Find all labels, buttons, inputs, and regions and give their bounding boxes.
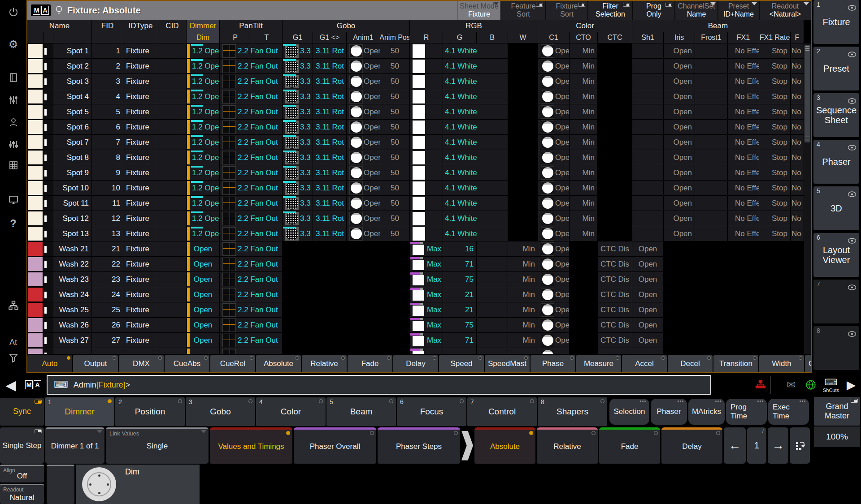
cell-beam-none[interactable]	[791, 333, 804, 348]
tab-dmx[interactable]: DMX	[119, 355, 164, 372]
cell-anim1[interactable]: Oper	[347, 211, 380, 226]
cell-idtype[interactable]: Fixture	[123, 257, 158, 272]
cell-beam-none[interactable]	[728, 318, 759, 333]
cell-anim1[interactable]: Oper	[347, 165, 380, 181]
cell-fid[interactable]: 22	[92, 257, 123, 272]
cell-beam-none[interactable]	[695, 333, 728, 348]
cell-beam-none[interactable]	[695, 287, 728, 302]
cell-fid[interactable]: 9	[92, 165, 123, 181]
sheet-row[interactable]: Spot 55Fixture1.2 Ope2.2 Fan Out3.33.11 …	[27, 104, 804, 120]
sheet-row[interactable]: Spot 77Fixture1.2 Ope2.2 Fan Out3.33.11 …	[27, 135, 804, 150]
cell-white[interactable]	[508, 196, 538, 211]
cell-idtype[interactable]: Fixture	[123, 287, 158, 302]
cell-fx1-fade[interactable]: No E	[791, 226, 804, 241]
cell-red[interactable]	[410, 165, 443, 181]
cell-c1[interactable]: Oper	[538, 43, 570, 59]
column-header-fx1-rate[interactable]: FX1 Rate	[759, 32, 791, 43]
encoder-layout-button[interactable]	[790, 427, 810, 464]
cell-fx1-rate[interactable]: Stop	[759, 89, 791, 104]
tool-button-phaser[interactable]: Phaser	[651, 399, 687, 425]
cell-cto[interactable]: Min	[570, 43, 598, 59]
tab-output[interactable]: Output	[73, 355, 118, 372]
cell-fx1[interactable]: No Effec	[728, 181, 759, 196]
cell-beam-none[interactable]	[759, 287, 791, 302]
cell-gobo1-wheel[interactable]: 3.11 Rot	[313, 196, 347, 211]
view-button-empty-7[interactable]: 7	[813, 280, 859, 323]
cell-ctc[interactable]: CTC Dis	[598, 241, 632, 257]
cell-name[interactable]: Spot 7	[53, 135, 92, 150]
cell-beam-none[interactable]	[695, 241, 728, 257]
cell-cid[interactable]	[158, 89, 187, 104]
cell-fx1-rate[interactable]: Stop	[759, 196, 791, 211]
cell-gobo1-wheel[interactable]: 3.11 Rot	[313, 150, 347, 165]
cell-name[interactable]: Wash 23	[53, 272, 92, 287]
cell-pantilt[interactable]: 2.2 Fan Out	[220, 74, 283, 89]
tab-auto[interactable]: Auto	[27, 355, 72, 372]
tab-speed[interactable]: Speed	[439, 355, 484, 372]
cell-pantilt[interactable]: 2.2 Fan Out	[220, 150, 283, 165]
cell-red[interactable]	[410, 104, 443, 120]
cell-fid[interactable]: 3	[92, 74, 123, 89]
cell-idtype[interactable]: Fixture	[123, 150, 158, 165]
cell-dimmer[interactable]: 1.2 Ope	[187, 104, 220, 120]
cell-c1[interactable]: Oper	[538, 302, 570, 318]
column-header-blank[interactable]	[92, 32, 123, 43]
cell-fx1-fade[interactable]: No E	[791, 196, 804, 211]
cell-rgb-preset[interactable]: 4.1 White	[443, 104, 508, 120]
cell-ctc[interactable]	[598, 165, 632, 181]
tab-cueabs[interactable]: CueAbs	[165, 355, 209, 372]
titlebar-button-fixture-sort[interactable]: FixtureSort	[545, 1, 587, 20]
cell-fid[interactable]: 27	[92, 333, 123, 348]
cell-dimmer[interactable]: Open	[187, 272, 220, 287]
cell-cto[interactable]: Min	[570, 120, 598, 135]
filter-funnel-icon[interactable]	[5, 350, 22, 366]
cell-iris[interactable]: Open	[664, 74, 695, 89]
cell-dimmer[interactable]: Open	[187, 241, 220, 257]
view-button-preset[interactable]: Preset2	[813, 47, 859, 90]
cell-green[interactable]: 21	[443, 302, 477, 318]
cell-fx1[interactable]: No Effec	[728, 135, 759, 150]
cell-gobo-none[interactable]	[283, 333, 313, 348]
column-header-fx1[interactable]: FX1	[728, 32, 759, 43]
cell-dimmer[interactable]: 1.2 Ope	[187, 211, 220, 226]
cell-frost1[interactable]	[695, 150, 728, 165]
column-group-gobo[interactable]: Gobo	[283, 20, 410, 32]
cell-cid[interactable]	[158, 287, 187, 302]
cell-gobo1-wheel[interactable]: 3.11 Rot	[313, 135, 347, 150]
sheet-row[interactable]: Wash 2727FixtureOpen2.2 Fan OutMax71MinO…	[27, 333, 804, 348]
cell-beam-none[interactable]	[759, 241, 791, 257]
cell-animpos[interactable]: 50	[380, 135, 410, 150]
cell-sh1[interactable]: Open	[632, 318, 664, 333]
cell-cto[interactable]	[570, 318, 598, 333]
cell-cto[interactable]	[570, 333, 598, 348]
cell-cid[interactable]	[158, 226, 187, 241]
cell-dimmer[interactable]: Open	[187, 318, 220, 333]
cell-frost1[interactable]	[695, 89, 728, 104]
cell-beam-none[interactable]	[664, 272, 695, 287]
column-header-f[interactable]: F	[791, 32, 804, 43]
cell-beam-none[interactable]	[759, 302, 791, 318]
view-button-3d[interactable]: 3D5	[813, 186, 859, 230]
cell-ctc[interactable]	[598, 150, 632, 165]
cell-fid[interactable]: 2	[92, 59, 123, 74]
feature-button-shapers[interactable]: 8Shapers	[538, 397, 607, 426]
cell-iris[interactable]: Open	[664, 135, 695, 150]
cell-animpos[interactable]: 50	[380, 43, 410, 59]
cell-frost1[interactable]	[695, 211, 728, 226]
cell-animpos[interactable]: 50	[380, 196, 410, 211]
cell-sh1[interactable]	[632, 181, 664, 196]
cell-cto[interactable]	[570, 241, 598, 257]
cell-red[interactable]: Max	[410, 257, 443, 272]
cell-iris[interactable]: Open	[664, 165, 695, 181]
cell-beam-none[interactable]	[728, 287, 759, 302]
column-group-color[interactable]: Color	[538, 20, 632, 32]
network-icon[interactable]	[5, 297, 22, 314]
cell-red[interactable]: Max	[410, 241, 443, 257]
cell-cid[interactable]	[158, 196, 187, 211]
cell-fid[interactable]: 4	[92, 89, 123, 104]
cell-beam-none[interactable]	[791, 272, 804, 287]
cell-rgb-preset[interactable]: 4.1 White	[443, 59, 508, 74]
cell-fx1[interactable]: No Effec	[728, 226, 759, 241]
cell-cid[interactable]	[158, 165, 187, 181]
scrollbar-handle[interactable]	[804, 45, 810, 142]
